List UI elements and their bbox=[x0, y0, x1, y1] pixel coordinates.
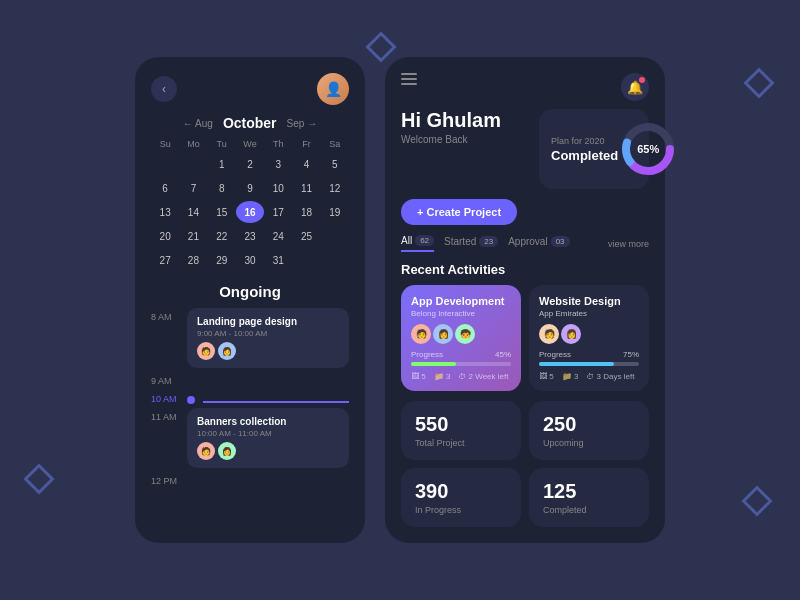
stat-label-upcoming: Upcoming bbox=[543, 438, 635, 448]
day-6[interactable]: 6 bbox=[151, 177, 179, 199]
act-footer-app-dev: 🖼 5 📁 3 ⏱ 2 Week left bbox=[411, 372, 511, 381]
tab-approval[interactable]: Approval 03 bbox=[508, 236, 569, 251]
day-21[interactable]: 21 bbox=[179, 225, 207, 247]
tab-started-label: Started bbox=[444, 236, 476, 247]
day-16-today[interactable]: 16 bbox=[236, 201, 264, 223]
time-label-12pm: 12 PM bbox=[151, 472, 179, 486]
notification-dot bbox=[639, 77, 645, 83]
avatar-1: 🧑 bbox=[197, 342, 215, 360]
task-avatars-banners: 🧑 👩 bbox=[197, 442, 339, 460]
day-20[interactable]: 20 bbox=[151, 225, 179, 247]
timeslot-12pm: 12 PM bbox=[151, 472, 349, 486]
day-31[interactable]: 31 bbox=[264, 249, 292, 271]
day-13[interactable]: 13 bbox=[151, 201, 179, 223]
ongoing-title: Ongoing bbox=[151, 283, 349, 300]
tab-all[interactable]: All 62 bbox=[401, 235, 434, 252]
time-label-10am: 10 AM bbox=[151, 390, 179, 404]
day-2[interactable]: 2 bbox=[236, 153, 264, 175]
hamburger-menu[interactable] bbox=[401, 73, 417, 85]
act-progress-bar-app-dev bbox=[411, 362, 511, 366]
act-avatar-1: 🧑 bbox=[411, 324, 431, 344]
task-time-banners: 10:00 AM - 11:00 AM bbox=[197, 429, 339, 438]
act-avatar-w1: 🧑 bbox=[539, 324, 559, 344]
day-14[interactable]: 14 bbox=[179, 201, 207, 223]
tab-all-badge: 62 bbox=[415, 235, 434, 246]
avatar[interactable]: 👤 bbox=[317, 73, 349, 105]
act-progress-fill-website bbox=[539, 362, 614, 366]
diamond-decoration-3 bbox=[741, 485, 772, 516]
tab-started[interactable]: Started 23 bbox=[444, 236, 498, 251]
next-month-arrow[interactable]: Sep → bbox=[287, 118, 318, 129]
donut-percentage: 65% bbox=[637, 143, 659, 155]
stats-grid: 550 Total Project 250 Upcoming 390 In Pr… bbox=[401, 401, 649, 527]
day-17[interactable]: 17 bbox=[264, 201, 292, 223]
day-29[interactable]: 29 bbox=[208, 249, 236, 271]
footer-files-w: 📁 3 bbox=[562, 372, 579, 381]
stat-label-inprogress: In Progress bbox=[415, 505, 507, 515]
act-sub-app-dev: Belong Interactive bbox=[411, 309, 511, 318]
day-23[interactable]: 23 bbox=[236, 225, 264, 247]
activity-website-design[interactable]: Website Design App Emirates 🧑 👩 Progress… bbox=[529, 285, 649, 391]
calendar: ← Aug October Sep → Su Mo Tu We Th Fr Sa bbox=[151, 115, 349, 271]
stat-total-project: 550 Total Project bbox=[401, 401, 521, 460]
stat-value-total: 550 bbox=[415, 413, 507, 436]
day-15[interactable]: 15 bbox=[208, 201, 236, 223]
current-time-line bbox=[203, 401, 349, 403]
timeslot-9am: 9 AM bbox=[151, 372, 349, 386]
stat-label-total: Total Project bbox=[415, 438, 507, 448]
greeting: Hi Ghulam Welcome Back bbox=[401, 109, 501, 145]
day-5[interactable]: 5 bbox=[321, 153, 349, 175]
prev-month-arrow[interactable]: ← Aug bbox=[183, 118, 213, 129]
notification-bell[interactable]: 🔔 bbox=[621, 73, 649, 101]
day-7[interactable]: 7 bbox=[179, 177, 207, 199]
footer-images: 🖼 5 bbox=[411, 372, 426, 381]
calendar-month: October bbox=[223, 115, 277, 131]
act-sub-website: App Emirates bbox=[539, 309, 639, 318]
footer-images-w: 🖼 5 bbox=[539, 372, 554, 381]
calendar-header: ← Aug October Sep → bbox=[151, 115, 349, 131]
stat-in-progress: 390 In Progress bbox=[401, 468, 521, 527]
task-time-landing: 9:00 AM - 10:00 AM bbox=[197, 329, 339, 338]
day-10[interactable]: 10 bbox=[264, 177, 292, 199]
current-time-dot bbox=[187, 396, 195, 404]
right-top-nav: 🔔 bbox=[401, 73, 649, 101]
task-banners[interactable]: Banners collection 10:00 AM - 11:00 AM 🧑… bbox=[187, 408, 349, 468]
view-more-link[interactable]: view more bbox=[608, 239, 649, 249]
diamond-decoration-2 bbox=[23, 463, 54, 494]
back-button[interactable]: ‹ bbox=[151, 76, 177, 102]
day-19[interactable]: 19 bbox=[321, 201, 349, 223]
time-label-8am: 8 AM bbox=[151, 308, 179, 322]
stat-value-inprogress: 390 bbox=[415, 480, 507, 503]
day-27[interactable]: 27 bbox=[151, 249, 179, 271]
day-22[interactable]: 22 bbox=[208, 225, 236, 247]
left-panel: ‹ 👤 ← Aug October Sep → Su Mo Tu We Th F… bbox=[135, 57, 365, 543]
footer-files: 📁 3 bbox=[434, 372, 451, 381]
day-30[interactable]: 30 bbox=[236, 249, 264, 271]
day-28[interactable]: 28 bbox=[179, 249, 207, 271]
day-11[interactable]: 11 bbox=[292, 177, 320, 199]
day-9[interactable]: 9 bbox=[236, 177, 264, 199]
create-project-button[interactable]: + Create Project bbox=[401, 199, 517, 225]
day-25[interactable]: 25 bbox=[292, 225, 320, 247]
plan-label: Plan for 2020 bbox=[551, 136, 618, 146]
activity-app-development[interactable]: App Development Belong Interactive 🧑 👩 🧒… bbox=[401, 285, 521, 391]
act-title-website: Website Design bbox=[539, 295, 639, 307]
stat-upcoming: 250 Upcoming bbox=[529, 401, 649, 460]
tab-all-label: All bbox=[401, 235, 412, 246]
task-landing[interactable]: Landing page design 9:00 AM - 10:00 AM 🧑… bbox=[187, 308, 349, 368]
day-12[interactable]: 12 bbox=[321, 177, 349, 199]
time-label-11am: 11 AM bbox=[151, 408, 179, 422]
act-progress-label-website: Progress 75% bbox=[539, 350, 639, 359]
day-4[interactable]: 4 bbox=[292, 153, 320, 175]
time-label-9am: 9 AM bbox=[151, 372, 179, 386]
day-18[interactable]: 18 bbox=[292, 201, 320, 223]
day-8[interactable]: 8 bbox=[208, 177, 236, 199]
day-1[interactable]: 1 bbox=[208, 153, 236, 175]
act-avatars-website: 🧑 👩 bbox=[539, 324, 639, 344]
act-progress-label-app-dev: Progress 45% bbox=[411, 350, 511, 359]
day-3[interactable]: 3 bbox=[264, 153, 292, 175]
act-progress-fill-app-dev bbox=[411, 362, 456, 366]
tab-approval-label: Approval bbox=[508, 236, 547, 247]
greeting-name: Hi Ghulam bbox=[401, 109, 501, 132]
day-24[interactable]: 24 bbox=[264, 225, 292, 247]
